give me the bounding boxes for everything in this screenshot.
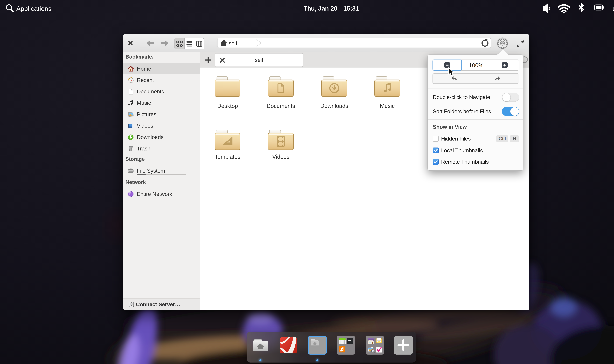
svg-text:$: $ — [348, 339, 349, 341]
